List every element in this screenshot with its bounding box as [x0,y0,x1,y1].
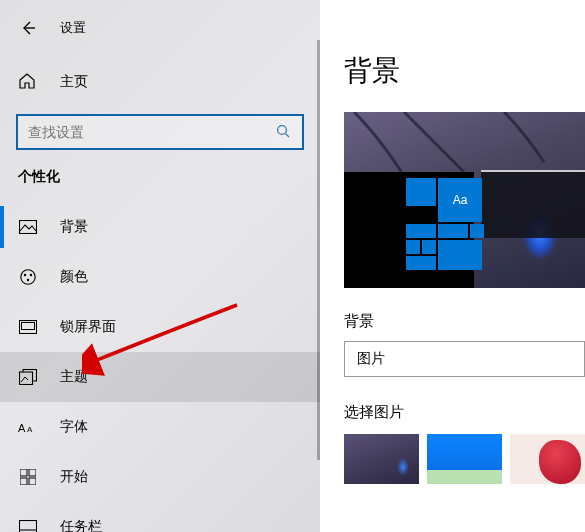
background-field-label: 背景 [344,312,585,331]
sidebar-item-background[interactable]: 背景 [0,202,320,252]
sidebar-item-label: 开始 [60,468,88,486]
svg-rect-1 [20,221,37,234]
sidebar-item-label: 锁屏界面 [60,318,116,336]
background-dropdown[interactable]: 图片 [344,341,585,377]
category-label: 个性化 [0,168,320,186]
page-title: 背景 [344,52,585,90]
search-icon [276,124,292,140]
desktop-preview: Aa [344,112,585,288]
sidebar-item-fonts[interactable]: AA 字体 [0,402,320,452]
picture-thumbnails [344,434,585,484]
svg-rect-13 [20,478,27,485]
svg-text:A: A [18,422,26,434]
search-box[interactable] [16,114,304,150]
picture-thumb-3[interactable] [510,434,585,484]
sidebar-item-label: 主题 [60,368,88,386]
svg-point-2 [21,270,35,284]
fonts-icon: AA [18,417,38,437]
image-icon [18,217,38,237]
main-content: 背景 Aa 背景 图片 选择图片 [320,0,585,532]
svg-point-0 [278,126,287,135]
sidebar-item-start[interactable]: 开始 [0,452,320,502]
home-button[interactable]: 主页 [0,60,320,104]
sidebar-item-label: 颜色 [60,268,88,286]
sidebar-item-label: 字体 [60,418,88,436]
settings-title: 设置 [60,19,86,37]
sidebar-item-label: 任务栏 [60,518,102,532]
svg-rect-12 [29,469,36,476]
svg-point-5 [27,279,29,281]
sidebar-item-colors[interactable]: 颜色 [0,252,320,302]
preview-aa-tile: Aa [438,178,482,222]
svg-rect-7 [22,323,35,330]
choose-picture-label: 选择图片 [344,403,585,422]
svg-rect-11 [20,469,27,476]
back-button[interactable]: 设置 [0,8,320,48]
sidebar-item-taskbar[interactable]: 任务栏 [0,502,320,532]
themes-icon [18,367,38,387]
lockscreen-icon [18,317,38,337]
sidebar-item-label: 背景 [60,218,88,236]
start-icon [18,467,38,487]
picture-thumb-1[interactable] [344,434,419,484]
picture-thumb-2[interactable] [427,434,502,484]
taskbar-icon [18,517,38,532]
dropdown-value: 图片 [357,350,385,368]
svg-text:A: A [27,425,33,434]
svg-point-4 [30,274,32,276]
home-label: 主页 [60,73,88,91]
home-icon [18,72,38,92]
sidebar-item-lockscreen[interactable]: 锁屏界面 [0,302,320,352]
svg-point-3 [24,274,26,276]
svg-rect-14 [29,478,36,485]
search-input[interactable] [28,124,276,140]
palette-icon [18,267,38,287]
arrow-left-icon [18,18,38,38]
sidebar-item-themes[interactable]: 主题 [0,352,320,402]
settings-sidebar: 设置 主页 个性化 背景 颜色 锁屏界面 [0,0,320,532]
